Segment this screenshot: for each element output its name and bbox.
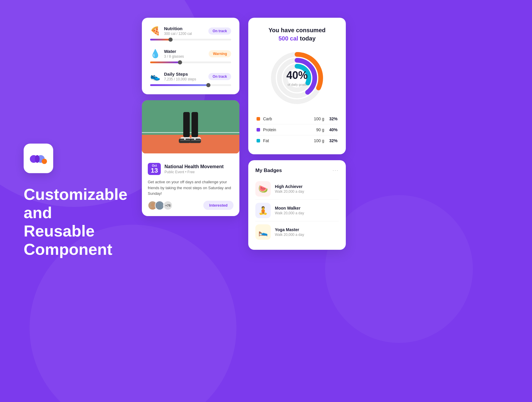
event-card: Oct 13 National Health Movement Public E… [142,100,239,216]
badge-1-desc: Walk 20,000 a day [275,189,304,194]
badges-header: My Badges ··· [255,167,339,174]
macro-carb: Carb 100 g 32% [257,114,338,124]
app-icon [24,144,53,173]
protein-name: Protein [263,127,309,132]
event-title: National Health Movement [164,164,223,169]
macros-list: Carb 100 g 32% Protein 90 g 40% Fat 100 … [257,114,338,146]
badge-1-icon: 🍉 [255,181,271,197]
steps-bar-fill [150,84,208,86]
main-content: 🍕 Nutrition 300 cal / 1200 cal On track [142,18,346,250]
svg-point-16 [158,203,162,207]
nutrition-progress-dot [168,38,173,42]
bg-wave-3 [325,195,473,343]
svg-rect-5 [192,112,198,137]
hero-title: Customizable and Reusable Component [24,185,127,258]
calories-title: You have consumed 500 cal today [257,26,338,43]
badge-3-desc: Walk 20,000 a day [275,233,304,237]
water-subtitle: 3 / 8 glasses [164,54,184,59]
nutrition-title: Nutrition [164,26,192,31]
protein-dot [257,128,260,132]
fat-name: Fat [263,138,309,143]
steps-subtitle: 7,235 / 10,000 steps [164,77,196,81]
badge-high-achiever: 🍉 High Achiever Walk 20,000 a day [255,178,339,200]
carb-pct: 32% [324,116,338,121]
event-footer: +76 Interested [148,201,233,210]
badge-3-info: Yoga Master Walk 20,000 a day [275,227,304,237]
water-progress-dot [178,60,182,64]
badge-2-name: Moon Walker [275,206,304,210]
steps-item: 👟 Daily Steps 7,235 / 10,000 steps On tr… [150,72,231,86]
calories-card: You have consumed 500 cal today [248,18,346,154]
fat-grams: 100 g [309,138,324,143]
badge-1-name: High Achiever [275,184,304,189]
svg-rect-8 [184,137,186,140]
svg-point-2 [42,159,47,164]
water-title: Water [164,49,184,54]
event-description: Get active on your off days and challeng… [148,179,233,197]
nutrition-item: 🍕 Nutrition 300 cal / 1200 cal On track [150,26,231,40]
macro-protein: Protein 90 g 40% [257,124,338,135]
ring-center-text: 40% of daily goals [286,69,308,87]
carb-dot [257,117,260,121]
protein-grams: 90 g [309,127,324,132]
left-panel: Customizable and Reusable Component [24,144,127,258]
steps-title: Daily Steps [164,72,196,77]
calories-ring-container: 40% of daily goals [257,48,338,108]
water-item: 💧 Water 3 / 8 glasses Warning [150,49,231,63]
event-image [142,100,239,153]
calories-highlight: 500 cal [278,35,298,42]
interested-button[interactable]: Interested [203,201,233,210]
carb-name: Carb [263,116,309,121]
water-bar-fill [150,61,180,63]
steps-badge: On track [208,73,231,80]
badges-menu-icon[interactable]: ··· [332,167,339,174]
badge-2-desc: Walk 20,000 a day [275,211,304,215]
badge-3-icon: 🛌 [255,224,271,240]
event-avatars: +76 [148,201,173,210]
left-cards-column: 🍕 Nutrition 300 cal / 1200 cal On track [142,18,239,250]
fat-pct: 32% [324,138,338,143]
steps-progress-bar [150,84,231,86]
badge-3-name: Yoga Master [275,227,304,232]
svg-rect-4 [183,112,190,137]
badges-title: My Badges [255,168,282,174]
nutrition-icon: 🍕 [150,27,160,35]
water-progress-bar [150,61,231,63]
steps-icon: 👟 [150,72,160,81]
badge-moon-walker: 🧘 Moon Walker Walk 20,000 a day [255,200,339,221]
right-cards-column: You have consumed 500 cal today [248,18,346,250]
protein-pct: 40% [324,127,338,132]
event-content: Oct 13 National Health Movement Public E… [142,158,239,216]
fat-dot [257,139,260,142]
badge-2-icon: 🧘 [255,203,271,218]
ring-subtitle: of daily goals [288,83,306,86]
svg-point-14 [151,203,155,207]
svg-point-3 [35,155,40,163]
carb-grams: 100 g [309,116,324,121]
event-date: Oct 13 [148,163,161,175]
water-badge: Warning [209,50,231,57]
nutrition-subtitle: 300 cal / 1200 cal [164,32,192,36]
water-icon: 💧 [150,50,160,58]
macro-fat: Fat 100 g 32% [257,135,338,146]
nutrition-badge: On track [208,27,231,35]
ring-percentage: 40% [286,69,308,82]
steps-progress-dot [206,83,210,87]
svg-point-17 [157,207,163,210]
badge-1-info: High Achiever Walk 20,000 a day [275,184,304,194]
avatar-count: +76 [163,201,173,210]
nutrition-progress-bar [150,39,231,40]
badge-2-info: Moon Walker Walk 20,000 a day [275,206,304,215]
event-subtitle: Public Event • Free [164,170,223,174]
badges-card: My Badges ··· 🍉 High Achiever Walk 20,00… [248,160,346,250]
svg-rect-11 [194,137,196,140]
nutrition-bar-fill [150,39,171,40]
badge-yoga-master: 🛌 Yoga Master Walk 20,000 a day [255,221,339,243]
health-tracking-card: 🍕 Nutrition 300 cal / 1200 cal On track [142,18,239,94]
